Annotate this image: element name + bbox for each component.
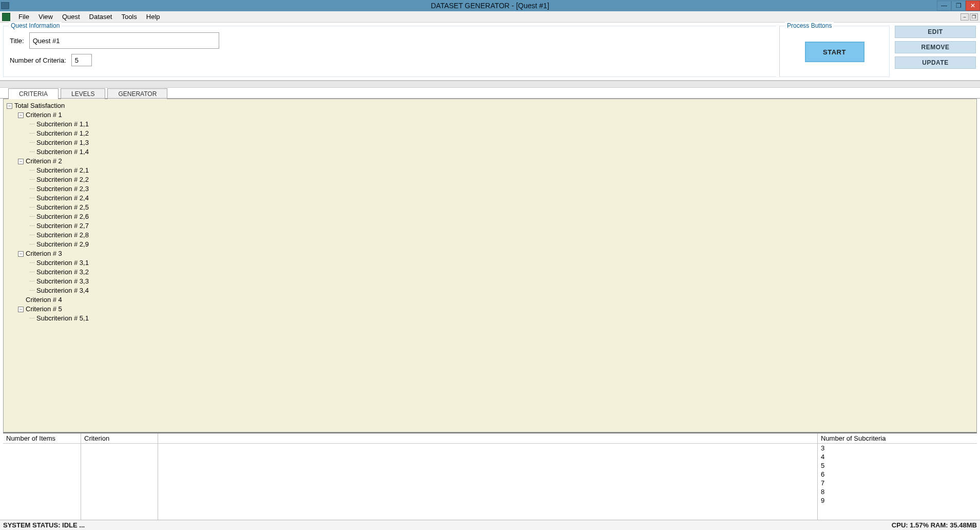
tree-subcriterion-node[interactable]: Subcriterion # 2,4: [36, 194, 89, 203]
header-number-of-items: Number of Items: [3, 433, 81, 444]
tree-criterion-node[interactable]: Criterion # 3: [26, 249, 62, 258]
tree-subcriterion-node[interactable]: Subcriterion # 2,2: [36, 175, 89, 184]
body-number-of-subcriteria[interactable]: 3456789: [818, 444, 977, 520]
expand-toggle-icon[interactable]: −: [7, 103, 12, 109]
tree-subcriterion-node[interactable]: Subcriterion # 2,5: [36, 203, 89, 212]
title-label: Title:: [10, 37, 24, 45]
tree-subcriterion-node[interactable]: Subcriterion # 5,1: [36, 314, 89, 323]
tree-subcriterion-node[interactable]: Subcriterion # 2,8: [36, 231, 89, 240]
subcriteria-count-item[interactable]: 8: [818, 487, 977, 496]
edit-button[interactable]: EDIT: [895, 26, 976, 38]
mdi-controls: – ❐: [960, 13, 978, 21]
subcriteria-count-item[interactable]: 3: [818, 444, 977, 452]
tree-connector-icon: ⋯: [29, 175, 34, 184]
tree-subcriterion-node[interactable]: Subcriterion # 3,1: [36, 258, 89, 268]
header-blank: [158, 433, 817, 444]
tree-subcriterion-node[interactable]: Subcriterion # 1,1: [36, 120, 89, 129]
upper-panel: Quest Information Title: Number of Crite…: [0, 23, 980, 81]
body-blank[interactable]: [158, 444, 817, 520]
tree-connector-icon: ⋯: [29, 166, 34, 175]
header-number-of-subcriteria: Number of Subcriteria: [818, 433, 977, 444]
update-button[interactable]: UPDATE: [895, 56, 976, 69]
tree-criterion-node[interactable]: Criterion # 1: [26, 110, 62, 120]
criteria-tree: −Total Satisfaction−Criterion # 1⋯Subcri…: [4, 99, 976, 325]
tree-connector-icon: ⋯: [29, 203, 34, 212]
right-buttons-panel: EDIT REMOVE UPDATE: [893, 23, 980, 80]
maximize-button[interactable]: ❐: [951, 1, 966, 11]
expand-toggle-icon[interactable]: −: [18, 251, 24, 257]
minimize-button[interactable]: —: [937, 1, 951, 11]
tree-subcriterion-node[interactable]: Subcriterion # 2,7: [36, 221, 89, 231]
menu-quest[interactable]: Quest: [58, 12, 84, 22]
tree-criterion-node[interactable]: Criterion # 4: [26, 295, 62, 305]
statusbar: SYSTEM STATUS: IDLE ... CPU: 1.57% RAM: …: [0, 520, 980, 530]
tabs: CRITERIA LEVELS GENERATOR: [0, 88, 980, 99]
tree-connector-icon: ⋯: [29, 212, 34, 221]
close-button[interactable]: ✕: [966, 1, 980, 11]
menu-file[interactable]: File: [14, 12, 33, 22]
quest-information-group: Quest Information Title: Number of Crite…: [3, 26, 776, 77]
subcriteria-count-item[interactable]: 5: [818, 461, 977, 470]
tree-connector-icon: ⋯: [29, 184, 34, 194]
tree-subcriterion-node[interactable]: Subcriterion # 1,3: [36, 138, 89, 147]
tree-connector-icon: ⋯: [29, 277, 34, 286]
separator-strip: [0, 81, 980, 88]
col-number-of-subcriteria: Number of Subcriteria 3456789: [818, 433, 977, 520]
tree-criterion-node[interactable]: Criterion # 2: [26, 157, 62, 166]
doc-icon: [2, 13, 10, 21]
body-criterion[interactable]: [81, 444, 158, 520]
body-number-of-items[interactable]: [3, 444, 81, 520]
tree-connector-icon: ⋯: [29, 194, 34, 203]
num-criteria-input[interactable]: [71, 54, 92, 66]
status-right: CPU: 1.57% RAM: 35.48MB: [892, 521, 977, 529]
start-button[interactable]: START: [805, 42, 864, 62]
mdi-restore-button[interactable]: ❐: [970, 13, 978, 21]
tab-generator[interactable]: GENERATOR: [107, 88, 167, 99]
subcriteria-count-item[interactable]: 6: [818, 470, 977, 479]
header-criterion: Criterion: [81, 433, 158, 444]
tree-criterion-node[interactable]: Criterion # 5: [26, 305, 62, 314]
tree-subcriterion-node[interactable]: Subcriterion # 2,6: [36, 212, 89, 221]
tab-levels[interactable]: LEVELS: [61, 88, 105, 99]
num-criteria-label: Number of Criteria:: [10, 56, 66, 64]
tree-subcriterion-node[interactable]: Subcriterion # 2,1: [36, 166, 89, 175]
tree-connector-icon: ⋯: [29, 268, 34, 277]
app-icon: [1, 2, 9, 9]
tree-connector-icon: ⋯: [29, 147, 34, 157]
subcriteria-count-item[interactable]: 4: [818, 452, 977, 461]
tree-connector-icon: ⋯: [29, 138, 34, 147]
titlebar: DATASET GENERATOR - [Quest #1] — ❐ ✕: [0, 0, 980, 11]
title-input[interactable]: [29, 32, 219, 49]
tree-connector-icon: ⋯: [29, 258, 34, 268]
subcriteria-count-item[interactable]: 9: [818, 496, 977, 505]
tree-connector-icon: ⋯: [29, 120, 34, 129]
criteria-tree-panel[interactable]: −Total Satisfaction−Criterion # 1⋯Subcri…: [3, 99, 977, 432]
status-left: SYSTEM STATUS: IDLE ...: [3, 521, 85, 529]
remove-button[interactable]: REMOVE: [895, 41, 976, 53]
tree-subcriterion-node[interactable]: Subcriterion # 3,2: [36, 268, 89, 277]
tab-criteria[interactable]: CRITERIA: [8, 88, 59, 99]
tree-subcriterion-node[interactable]: Subcriterion # 1,4: [36, 147, 89, 157]
tree-connector-icon: ⋯: [29, 231, 34, 240]
subcriteria-count-item[interactable]: 7: [818, 479, 977, 487]
tree-root-node[interactable]: Total Satisfaction: [14, 101, 65, 110]
tree-subcriterion-node[interactable]: Subcriterion # 1,2: [36, 129, 89, 138]
col-criterion: Criterion: [81, 433, 158, 520]
tree-subcriterion-node[interactable]: Subcriterion # 2,3: [36, 184, 89, 194]
menu-dataset[interactable]: Dataset: [85, 12, 117, 22]
menu-help[interactable]: Help: [142, 12, 164, 22]
tree-connector-icon: ⋯: [29, 286, 34, 295]
tree-subcriterion-node[interactable]: Subcriterion # 2,9: [36, 240, 89, 249]
menubar: File View Quest Dataset Tools Help – ❐: [0, 11, 980, 23]
tree-connector-icon: ⋯: [29, 314, 34, 323]
tree-subcriterion-node[interactable]: Subcriterion # 3,3: [36, 277, 89, 286]
window-controls: — ❐ ✕: [937, 1, 980, 11]
mdi-minimize-button[interactable]: –: [960, 13, 969, 21]
quest-information-legend: Quest Information: [9, 22, 62, 29]
expand-toggle-icon[interactable]: −: [18, 112, 24, 118]
expand-toggle-icon[interactable]: −: [18, 307, 24, 312]
menu-tools[interactable]: Tools: [117, 12, 141, 22]
tree-subcriterion-node[interactable]: Subcriterion # 3,4: [36, 286, 89, 295]
expand-toggle-icon[interactable]: −: [18, 159, 24, 164]
menu-view[interactable]: View: [34, 12, 57, 22]
